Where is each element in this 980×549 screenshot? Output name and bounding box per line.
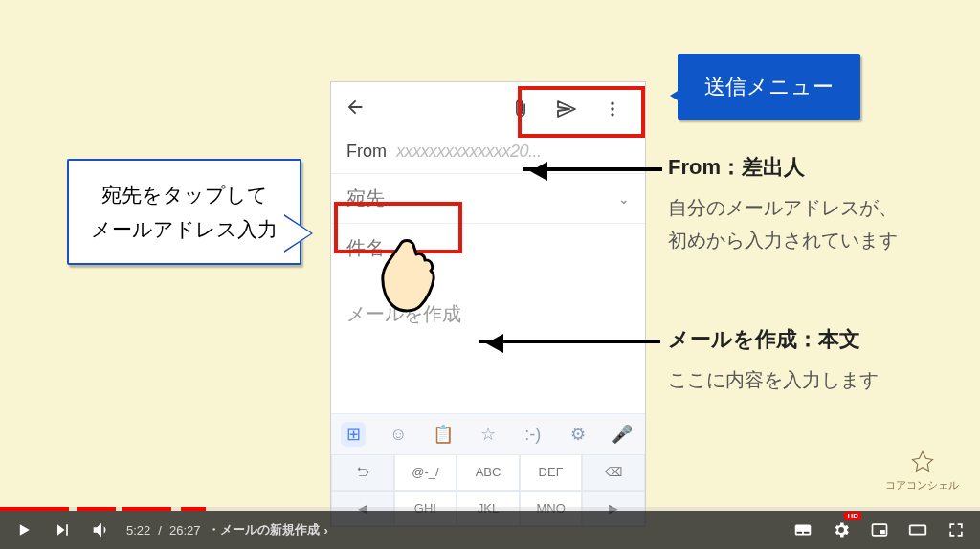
from-label: From (346, 142, 387, 162)
captions-button[interactable] (791, 517, 815, 542)
kb-settings-icon[interactable]: ⚙ (566, 422, 590, 447)
anno-from-sub: 自分のメールアドレスが、 初めから入力されています (668, 191, 898, 256)
chapter-chevron-icon: › (323, 523, 327, 538)
anno-body-title: メールを作成：本文 (668, 325, 860, 354)
callout-line1: 宛先をタップして (90, 178, 278, 212)
kb-grid-icon[interactable]: ⊞ (341, 422, 366, 447)
svg-rect-8 (910, 525, 926, 534)
video-control-bar: 5:22 / 26:27 ・メールの新規作成 › (0, 511, 980, 549)
miniplayer-button[interactable] (867, 517, 892, 542)
brand-name: コアコンシェル (885, 479, 959, 492)
attachment-icon[interactable] (501, 90, 540, 128)
chapter-title: ・メールの新規作成 (208, 521, 320, 538)
key-backspace[interactable]: ⌫ (582, 454, 645, 491)
back-button[interactable] (345, 95, 366, 124)
callout-blue-text: 送信メニュー (704, 75, 834, 99)
kb-clipboard-icon[interactable]: 📋 (431, 422, 456, 447)
svg-point-0 (611, 102, 613, 105)
duration: 26:27 (169, 523, 201, 538)
time-and-chapter[interactable]: 5:22 / 26:27 ・メールの新規作成 › (126, 521, 328, 538)
key-def[interactable]: DEF (520, 454, 583, 491)
more-menu-icon[interactable] (593, 90, 632, 128)
fullscreen-button[interactable] (944, 517, 969, 542)
from-value: xxxxxxxxxxxxxx20... (396, 142, 630, 162)
svg-rect-4 (797, 532, 803, 534)
key-undo[interactable]: ⮌ (331, 454, 394, 491)
to-label: 宛先 (346, 186, 385, 211)
key-sym[interactable]: @-_/ (394, 454, 457, 491)
settings-button[interactable] (829, 517, 854, 542)
brand-logo: コアコンシェル (885, 450, 959, 492)
key-abc[interactable]: ABC (457, 454, 520, 491)
kb-emoji-icon[interactable]: ☺ (386, 422, 411, 447)
current-time: 5:22 (126, 523, 150, 538)
callout-atesaki: 宛先をタップして メールアドレス入力 (67, 159, 301, 265)
kb-star-icon[interactable]: ☆ (476, 422, 501, 447)
compose-toolbar (331, 82, 645, 136)
arrow-body (479, 340, 660, 343)
kb-mic-icon[interactable]: 🎤 (610, 422, 635, 447)
anno-body-sub: ここに内容を入力します (668, 363, 879, 396)
chevron-down-icon[interactable]: ⌄ (618, 191, 630, 207)
send-icon[interactable] (547, 90, 586, 128)
keyboard-toolbar: ⊞ ☺ 📋 ☆ :-) ⚙ 🎤 (331, 414, 645, 454)
play-button[interactable] (11, 517, 36, 542)
next-button[interactable] (50, 517, 75, 542)
callout-line2: メールアドレス入力 (90, 212, 278, 247)
to-field[interactable]: 宛先 ⌄ (331, 173, 645, 223)
anno-from-title: From：差出人 (668, 153, 805, 182)
arrow-from (523, 167, 662, 171)
svg-rect-3 (795, 525, 812, 536)
keyboard-row-1: ⮌ @-_/ ABC DEF ⌫ (331, 454, 645, 491)
svg-point-2 (611, 113, 613, 116)
theater-button[interactable] (905, 517, 930, 542)
kb-kaomoji-icon[interactable]: :-) (521, 422, 546, 447)
volume-button[interactable] (88, 517, 113, 542)
svg-rect-5 (804, 532, 810, 534)
callout-send-menu: 送信メニュー (678, 54, 860, 120)
svg-point-1 (611, 107, 613, 110)
svg-rect-7 (880, 530, 885, 534)
finger-pointer-icon (377, 237, 440, 314)
